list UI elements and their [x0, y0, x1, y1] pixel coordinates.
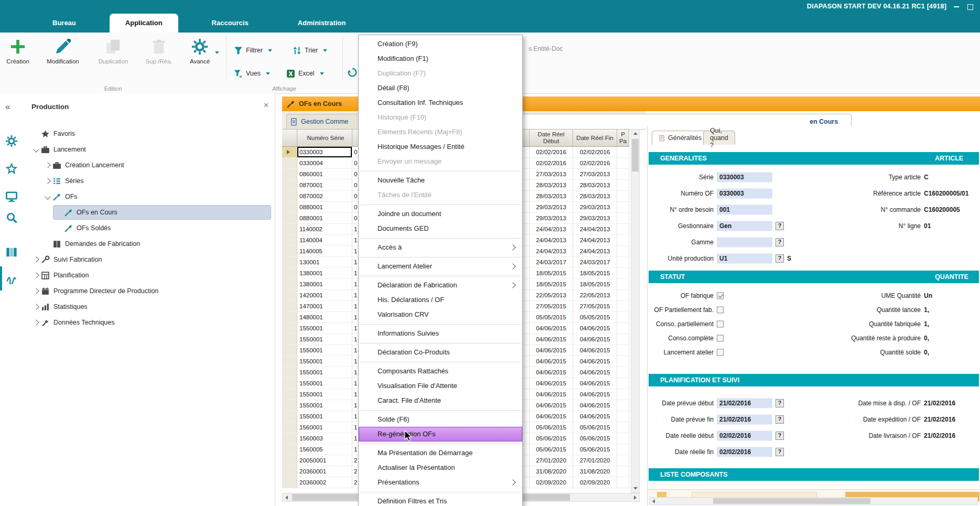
cell-date-reel-fin[interactable]: 04/06/2015	[573, 323, 617, 334]
cell-date-reel-debut[interactable]: 04/06/2015	[530, 334, 573, 345]
cell-numero-serie[interactable]: 130001	[297, 257, 352, 268]
cell-numero-serie[interactable]: 1140005	[297, 246, 352, 257]
cell-row-marker[interactable]	[282, 235, 297, 246]
menu-item-re-generation-ofs[interactable]: Re-génération OFs	[359, 427, 522, 442]
cell-date-reel-debut[interactable]: 27/03/2013	[530, 169, 573, 180]
cell-date-reel-debut[interactable]: 02/09/2020	[530, 477, 573, 488]
menu-item-solde-f6[interactable]: Solde (F6)	[359, 412, 522, 427]
menu-item-his-declarations-of[interactable]: His. Déclarations / OF	[359, 293, 522, 307]
avance-button[interactable]: Avancé	[179, 39, 220, 64]
chevron-right-icon[interactable]	[31, 305, 41, 309]
cell-row-marker[interactable]	[282, 202, 297, 213]
cell-pa[interactable]	[617, 466, 629, 477]
cell-date-reel-debut[interactable]: 18/05/2015	[530, 279, 573, 290]
excel-button[interactable]: Excel	[286, 67, 324, 80]
cell-pa[interactable]	[617, 268, 629, 279]
cell-numero-serie[interactable]: 1380001	[297, 279, 352, 290]
cell-date-reel-fin[interactable]: 24/04/2013	[573, 224, 617, 235]
cell-date-reel-fin[interactable]: 29/03/2013	[573, 213, 617, 224]
cell-date-reel-fin[interactable]: 02/02/2016	[573, 147, 617, 158]
cell-date-reel-debut[interactable]: 04/06/2015	[530, 323, 573, 334]
close-icon[interactable]: ×	[264, 101, 268, 110]
cell-pa[interactable]	[617, 169, 629, 180]
cell-row-marker[interactable]	[282, 455, 297, 466]
cell-row-marker[interactable]	[282, 433, 297, 444]
cell-pa[interactable]	[617, 213, 629, 224]
cell-date-reel-debut[interactable]: 02/02/2016	[530, 158, 573, 169]
cell-numero-serie[interactable]: 1550001	[297, 334, 352, 345]
signature-icon[interactable]	[6, 273, 17, 284]
cell-numero-serie[interactable]: 0870002	[297, 191, 352, 202]
cell-date-reel-fin[interactable]: 24/04/2013	[573, 246, 617, 257]
cell-numero-serie[interactable]: 1550001	[297, 400, 352, 411]
cell-numero-serie[interactable]: 1560005	[297, 444, 352, 455]
cell-date-reel-fin[interactable]: 22/05/2013	[573, 290, 617, 301]
menu-item-informations-suivies[interactable]: Informations Suivies	[359, 326, 522, 341]
vertical-scrollbar[interactable]	[631, 129, 640, 493]
cell-row-marker[interactable]	[282, 279, 297, 290]
cell-date-reel-debut[interactable]: 05/06/2015	[530, 444, 573, 455]
cell-numero-serie[interactable]: 1550001	[297, 345, 352, 356]
menu-item-declaration-de-fabrication[interactable]: Déclaration de Fabrication	[359, 278, 522, 293]
cell-date-reel-fin[interactable]: 04/06/2015	[573, 389, 617, 400]
star-icon[interactable]	[6, 163, 17, 175]
cell-date-reel-debut[interactable]: 04/06/2015	[530, 367, 573, 378]
scrollbar-thumb[interactable]	[632, 139, 639, 171]
cell-row-marker[interactable]	[282, 444, 297, 455]
chevron-right-icon[interactable]	[31, 320, 41, 325]
scrollbar-thumb[interactable]	[713, 498, 870, 504]
cell-numero-serie[interactable]: 1140004	[297, 235, 352, 246]
cell-numero-serie[interactable]: 0880001	[297, 202, 352, 213]
cell-row-marker[interactable]	[282, 224, 297, 235]
cell-numero-serie[interactable]: 0870001	[297, 180, 352, 191]
cell-row-marker[interactable]	[282, 191, 297, 202]
scroll-up-button[interactable]	[631, 130, 639, 137]
cell-date-reel-debut[interactable]: 24/04/2013	[530, 246, 573, 257]
sidebar-item-demandes-de-fabrication[interactable]: Demandes de Fabrication	[23, 236, 275, 252]
cell-row-marker[interactable]	[282, 257, 297, 268]
cell-pa[interactable]	[617, 356, 629, 367]
menu-item-ma-presentation-de-demarrage[interactable]: Ma Présentation de Démarrage	[359, 446, 522, 460]
cell-date-reel-debut[interactable]: 22/05/2013	[530, 290, 573, 301]
cell-date-reel-fin[interactable]: 29/03/2013	[573, 202, 617, 213]
cell-date-reel-fin[interactable]: 05/05/2015	[573, 312, 617, 323]
sidebar-item-ofs-en-cours[interactable]: OFs en Cours	[23, 204, 275, 220]
gear-icon[interactable]	[6, 135, 17, 147]
cell-pa[interactable]	[617, 147, 629, 158]
cell-pa[interactable]	[617, 444, 629, 455]
cell-numero-serie[interactable]: 1420001	[297, 290, 352, 301]
cell-pa[interactable]	[617, 433, 629, 444]
column-header-pa[interactable]: P Pa	[617, 129, 629, 147]
cell-pa[interactable]	[617, 224, 629, 235]
cell-date-reel-fin[interactable]: 05/06/2015	[573, 444, 617, 455]
cell-date-reel-fin[interactable]: 02/09/2020	[573, 477, 617, 488]
cell-row-marker[interactable]	[282, 147, 297, 158]
cell-date-reel-fin[interactable]: 28/03/2013	[573, 191, 617, 202]
menu-item-valorisation-crv[interactable]: Valorisation CRV	[359, 307, 522, 322]
ribbon-tab-administration[interactable]: Administration	[282, 14, 362, 33]
cell-numero-serie[interactable]: 1480001	[297, 312, 352, 323]
cell-row-marker[interactable]	[282, 422, 297, 433]
cell-numero-serie[interactable]: 0860001	[297, 169, 352, 180]
menu-item-composants-rattaches[interactable]: Composants Rattachés	[359, 364, 522, 379]
cell-numero-serie[interactable]: 20360001	[297, 466, 352, 477]
cell-row-marker[interactable]	[282, 301, 297, 312]
cell-pa[interactable]	[617, 334, 629, 345]
cell-row-marker[interactable]	[282, 411, 297, 422]
trier-button[interactable]: Trier	[293, 44, 327, 57]
cell-date-reel-fin[interactable]: 18/05/2015	[573, 268, 617, 279]
chevron-right-icon[interactable]	[43, 163, 52, 167]
cell-row-marker[interactable]	[282, 334, 297, 345]
menu-item-historique-messages-entite[interactable]: Historique Messages / Entité	[359, 139, 522, 154]
cell-date-reel-debut[interactable]: 28/03/2013	[530, 180, 573, 191]
date-reelle-fin-field[interactable]: 02/02/2016	[717, 447, 772, 457]
menu-item-consultation-inf-techniques[interactable]: Consultation Inf. Techniques	[359, 95, 522, 110]
chevron-right-icon[interactable]	[31, 273, 41, 277]
cell-row-marker[interactable]	[282, 158, 297, 169]
scroll-left-button[interactable]	[650, 498, 657, 504]
sidebar-item-statistiques[interactable]: Statistiques	[23, 299, 275, 315]
cell-numero-serie[interactable]: 1550001	[297, 323, 352, 334]
sidebar-item-programme-directeur-de-production[interactable]: Programme Directeur de Production	[23, 283, 275, 299]
cell-date-reel-debut[interactable]: 02/02/2016	[530, 147, 573, 158]
cell-date-reel-debut[interactable]: 24/04/2013	[530, 224, 573, 235]
